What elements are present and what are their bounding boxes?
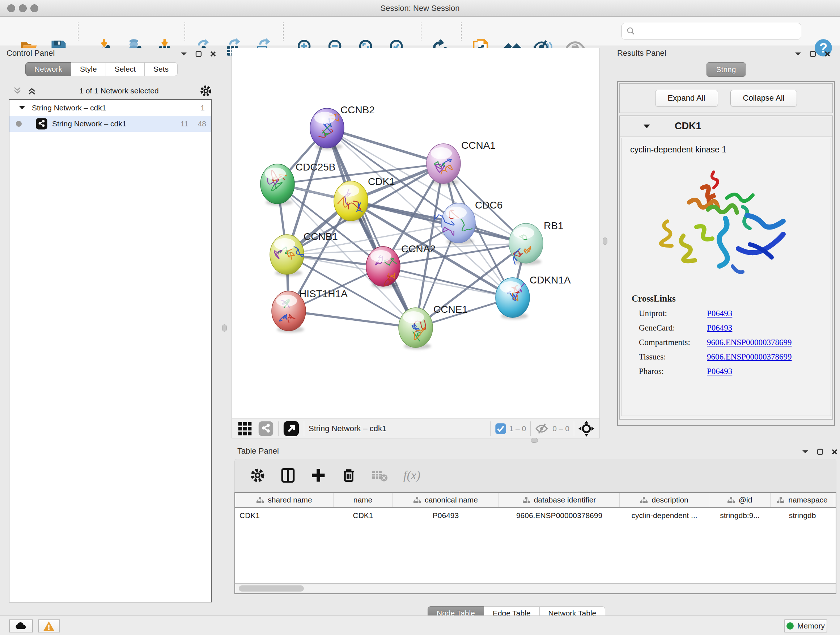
crosslink-link[interactable]: 9606.ENSP00000378699: [707, 338, 792, 347]
collection-expand-icon[interactable]: [19, 105, 25, 111]
tab-style[interactable]: Style: [71, 62, 106, 76]
crosslink-label: GeneCard:: [639, 323, 707, 333]
table-cell[interactable]: CDK1: [333, 508, 393, 523]
toolbar-separator: [421, 22, 422, 41]
network-canvas[interactable]: CCNB2CCNA1CDC25BCDK1CDC6RB1CCNB1CCNA2CDK…: [232, 48, 600, 418]
table-cell[interactable]: P06493: [393, 508, 499, 523]
table-horizontal-scrollbar[interactable]: [234, 583, 836, 594]
column-hierarchy-icon: [640, 496, 648, 504]
crosslink-label: Compartments:: [639, 338, 707, 347]
crosslink-label: Tissues:: [639, 352, 707, 362]
open-in-new-icon[interactable]: [283, 420, 300, 437]
network-node-CCNB1[interactable]: [270, 234, 304, 276]
column-header--id[interactable]: @id: [709, 493, 771, 507]
panel-menu-icon[interactable]: [180, 51, 187, 57]
tab-string[interactable]: String: [706, 62, 746, 77]
network-node-CDKN1A[interactable]: [496, 278, 530, 319]
panel-menu-icon[interactable]: [794, 51, 802, 57]
column-header-label: name: [354, 496, 373, 504]
table-cell[interactable]: stringdb: [771, 508, 834, 523]
table-cell[interactable]: 9606.ENSP00000378699: [499, 508, 620, 523]
table-row[interactable]: CDK1CDK1P064939606.ENSP00000378699cyclin…: [235, 508, 836, 523]
crosslink-link[interactable]: P06493: [707, 323, 732, 333]
network-selection-status: 1 of 1 Network selected: [38, 87, 200, 95]
gene-section-header[interactable]: CDK1: [620, 116, 832, 136]
table-cell[interactable]: cyclin-dependent ...: [620, 508, 709, 523]
gene-collapse-icon[interactable]: [643, 124, 651, 129]
birdseye-crosshair-icon[interactable]: [578, 421, 594, 437]
network-edge[interactable]: [289, 311, 416, 328]
gene-section: CDK1 cyclin-dependent kinase 1: [619, 116, 833, 420]
control-panel: Control Panel NetworkStyleSelectSets 1 o…: [4, 48, 218, 615]
panel-close-icon[interactable]: [210, 51, 216, 57]
column-header-name[interactable]: name: [333, 493, 393, 507]
network-row-label: String Network – cdk1: [52, 119, 126, 128]
delete-column-trash-icon[interactable]: [341, 468, 356, 483]
results-panel-title: Results Panel: [617, 49, 666, 58]
warnings-button[interactable]: [38, 619, 60, 632]
collection-count: 1: [201, 103, 205, 112]
table-cell[interactable]: CDK1: [235, 508, 333, 523]
collapse-all-chevron-icon[interactable]: [13, 86, 24, 96]
expand-all-button[interactable]: Expand All: [655, 90, 718, 106]
collapse-all-button[interactable]: Collapse All: [730, 90, 797, 106]
hidden-eye-icon[interactable]: [535, 421, 549, 436]
table-panel: Table Panel f(x) shared namenamecanonica…: [234, 440, 836, 608]
panel-float-icon[interactable]: [195, 51, 202, 57]
column-header-label: database identifier: [534, 496, 596, 504]
string-results-box: Expand All Collapse All CDK1 cyclin-depe…: [617, 81, 835, 426]
network-node-count: 11: [180, 119, 188, 128]
hidden-counts: 0 – 0: [553, 424, 569, 433]
column-header-database-identifier[interactable]: database identifier: [499, 493, 620, 507]
node-label-CDK1: CDK1: [368, 176, 395, 187]
column-hierarchy-icon: [777, 496, 785, 504]
table-settings-gear-icon[interactable]: [250, 468, 265, 483]
share-view-icon[interactable]: [258, 421, 274, 437]
scrollbar-thumb[interactable]: [239, 585, 304, 592]
panel-close-icon[interactable]: [831, 448, 838, 455]
network-row-selected[interactable]: String Network – cdk1 11 48: [9, 116, 211, 132]
cloud-status-button[interactable]: [9, 619, 33, 632]
network-node-CCNE1[interactable]: [399, 308, 433, 349]
crosslink-link[interactable]: P06493: [707, 309, 732, 318]
grid-view-icon[interactable]: [237, 421, 253, 437]
selected-checkbox-icon[interactable]: [495, 423, 507, 434]
network-edge[interactable]: [327, 128, 444, 164]
panel-close-icon[interactable]: [824, 51, 831, 57]
network-collection-row[interactable]: String Network – cdk1 1: [9, 100, 211, 116]
column-header-shared-name[interactable]: shared name: [235, 493, 333, 507]
crosslink-link[interactable]: 9606.ENSP00000378699: [707, 352, 792, 362]
panel-menu-icon[interactable]: [802, 449, 809, 454]
control-panel-header-icons: [180, 51, 216, 57]
column-header-label: canonical name: [425, 496, 478, 504]
select-columns-icon[interactable]: [280, 468, 295, 483]
memory-label: Memory: [797, 622, 825, 630]
column-header-description[interactable]: description: [620, 493, 709, 507]
tab-sets[interactable]: Sets: [145, 62, 178, 76]
node-label-CDC25B: CDC25B: [295, 162, 335, 173]
panel-float-icon[interactable]: [810, 51, 816, 57]
node-label-CCNE1: CCNE1: [433, 304, 468, 315]
gear-icon[interactable]: [200, 85, 212, 97]
crosslink-row: Compartments:9606.ENSP00000378699: [630, 338, 822, 347]
column-header-canonical-name[interactable]: canonical name: [393, 493, 499, 507]
network-node-RB1[interactable]: [509, 223, 543, 265]
crosslinks-rows: Uniprot:P06493GeneCard:P06493Compartment…: [630, 309, 822, 376]
add-column-plus-icon[interactable]: [311, 468, 326, 483]
table-cell[interactable]: stringdb:9...: [709, 508, 771, 523]
left-splitter-handle[interactable]: [222, 325, 227, 332]
crosslinks-section: CrossLinks Uniprot:P06493GeneCard:P06493…: [630, 294, 822, 376]
right-splitter-handle[interactable]: [603, 238, 607, 245]
network-node-CCNB2[interactable]: [310, 108, 344, 150]
network-node-CCNA1[interactable]: [426, 144, 461, 185]
expand-all-chevron-icon[interactable]: [27, 86, 38, 96]
search-input[interactable]: [622, 23, 801, 40]
memory-button[interactable]: Memory: [784, 619, 827, 632]
column-header-namespace[interactable]: namespace: [771, 493, 834, 507]
tab-select[interactable]: Select: [106, 62, 145, 76]
tab-network[interactable]: Network: [25, 62, 71, 76]
network-edge-count: 48: [198, 119, 206, 128]
crosslink-link[interactable]: P06493: [707, 367, 732, 376]
panel-float-icon[interactable]: [817, 448, 823, 455]
network-node-CDC25B[interactable]: [261, 164, 294, 206]
